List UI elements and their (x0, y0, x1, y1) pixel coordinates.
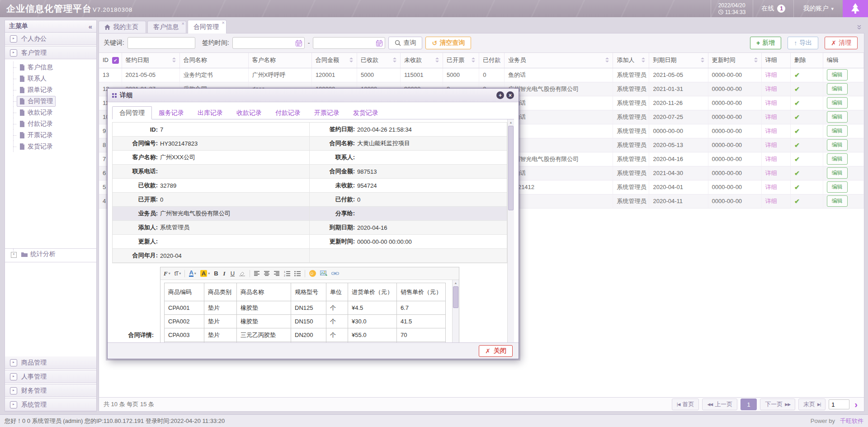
sidebar-tree-item[interactable]: 付款记录 (5, 118, 96, 129)
modal-close-icon[interactable]: × (506, 91, 514, 99)
align-center-button[interactable] (264, 271, 270, 276)
tab-customer-info[interactable]: 客户信息 × (147, 21, 186, 33)
align-right-button[interactable] (274, 271, 280, 276)
sidebar-section-personal[interactable]: ▸ 个人办公 (5, 33, 96, 45)
add-button[interactable]: + 新增 (750, 37, 781, 49)
scroll-up-icon[interactable]: ▲ (453, 280, 459, 286)
col-invoiced[interactable]: 已开票 (443, 53, 479, 68)
sidebar-tree-item[interactable]: 发货记录 (5, 141, 96, 152)
current-page-button[interactable]: 1 (741, 399, 757, 410)
detail-link[interactable]: 详细 (765, 85, 777, 92)
delete-check-icon[interactable]: ✔ (794, 183, 800, 191)
sidebar-section-customer[interactable]: ▸ 客户管理 (5, 46, 96, 59)
detail-link[interactable]: 详细 (765, 71, 777, 78)
detail-link[interactable]: 详细 (765, 184, 777, 190)
modal-tab[interactable]: 付款记录 (269, 107, 307, 119)
scroll-up-icon[interactable]: ▲ (508, 119, 514, 125)
edit-button[interactable]: 编辑 (827, 153, 848, 165)
col-received[interactable]: 已收款 (357, 53, 400, 68)
bold-button[interactable]: B (214, 270, 218, 277)
eraser-button[interactable] (239, 270, 245, 276)
delete-check-icon[interactable]: ✔ (794, 197, 800, 205)
italic-button[interactable]: I (222, 270, 226, 277)
sidebar-tree-item[interactable]: 收款记录 (5, 107, 96, 118)
modal-scrollbar-thumb[interactable] (508, 126, 514, 210)
expand-plus-icon[interactable]: + (11, 252, 17, 258)
edit-button[interactable]: 编辑 (827, 83, 848, 95)
sign-date-from-input[interactable] (232, 37, 305, 49)
sidebar-item-statistics[interactable]: + 统计分析 (5, 249, 96, 260)
tab-home[interactable]: 我的主页 (99, 21, 146, 33)
edit-button[interactable]: 编辑 (827, 167, 848, 179)
col-sign-date[interactable]: 签约日期 (122, 53, 179, 68)
sidebar-tree-item[interactable]: 合同管理 (5, 95, 96, 107)
sidebar-tree-item[interactable]: 客户信息 (5, 62, 96, 73)
insert-image-button[interactable]: + (320, 270, 327, 276)
goto-page-input[interactable] (829, 399, 849, 409)
unordered-list-button[interactable] (294, 271, 301, 276)
query-button[interactable]: 查询 (388, 37, 422, 49)
delete-check-icon[interactable]: ✔ (794, 169, 800, 177)
delete-check-icon[interactable]: ✔ (794, 127, 800, 135)
sign-date-to-input[interactable] (313, 37, 385, 49)
delete-check-icon[interactable]: ✔ (794, 85, 800, 93)
align-left-button[interactable] (254, 271, 260, 276)
font-size-button[interactable]: tT▾ (175, 270, 181, 277)
editor-scrollbar-thumb[interactable] (453, 286, 458, 308)
sidebar-tree-item[interactable]: 联系人 (5, 73, 96, 84)
insert-link-button[interactable] (331, 271, 339, 275)
edit-button[interactable]: 编辑 (827, 139, 848, 151)
edit-button[interactable]: 编辑 (827, 125, 848, 137)
detail-link[interactable]: 详细 (765, 142, 777, 148)
online-indicator[interactable]: 在线 1 (753, 0, 794, 17)
collapse-search-icon[interactable] (856, 24, 862, 32)
sidebar-section[interactable]: ▸ 人事管理 (5, 370, 96, 383)
sidebar-tree-item[interactable]: 跟单记录 (5, 84, 96, 95)
edit-button[interactable]: 编辑 (827, 111, 848, 123)
col-amount[interactable]: 合同金额 (311, 53, 357, 68)
modal-tab[interactable]: 出库记录 (191, 107, 230, 119)
modal-tab[interactable]: 开票记录 (307, 107, 346, 119)
sidebar-collapse-icon[interactable]: « (89, 23, 92, 30)
delete-check-icon[interactable]: ✔ (794, 141, 800, 149)
edit-button[interactable]: 编辑 (827, 97, 848, 109)
detail-link[interactable]: 详细 (765, 114, 777, 120)
detail-link[interactable]: 详细 (765, 170, 777, 176)
editor-scrollbar[interactable]: ▲ (452, 280, 459, 342)
sidebar-tree-item[interactable]: 开票记录 (5, 129, 96, 141)
sidebar-section[interactable]: ▸ 商品管理 (5, 356, 96, 369)
goto-page-button[interactable]: › (853, 400, 859, 409)
detail-link[interactable]: 详细 (765, 156, 777, 162)
modal-tab[interactable]: 合同管理 (112, 106, 152, 119)
theme-button[interactable] (843, 0, 868, 17)
edit-button[interactable]: 编辑 (827, 195, 848, 207)
calendar-icon[interactable] (376, 40, 382, 47)
highlight-color-button[interactable]: A▾ (200, 270, 210, 277)
export-button[interactable]: ↑ 导出 (788, 37, 818, 49)
col-salesperson[interactable]: 业务员 (505, 53, 613, 68)
edit-button[interactable]: 编辑 (827, 181, 848, 193)
delete-check-icon[interactable]: ✔ (794, 71, 800, 79)
close-button[interactable]: ✗ 关闭 (479, 345, 513, 357)
modal-tab[interactable]: 发货记录 (346, 107, 385, 119)
delete-check-icon[interactable]: ✔ (794, 99, 800, 107)
col-paid[interactable]: 已付款 (479, 53, 505, 68)
col-unreceived[interactable]: 未收款 (401, 53, 443, 68)
text-color-button[interactable]: A▾ (189, 270, 196, 277)
detail-link[interactable]: 详细 (765, 100, 777, 106)
modal-maximize-button[interactable]: + (496, 91, 504, 99)
ordered-list-button[interactable]: 12 (284, 271, 290, 276)
modal-scrollbar[interactable]: ▲ (507, 119, 514, 342)
editor-content[interactable]: 商品编码商品类别商品名称规格型号单位进货单价（元）销售单价（元） CPA001 … (160, 280, 459, 342)
select-all-checkbox[interactable]: ✔ (112, 57, 119, 64)
prev-page-button[interactable]: ◀◀上一页 (702, 399, 737, 410)
keyword-input[interactable] (127, 37, 195, 49)
vendor-link[interactable]: 千旺软件 (840, 417, 863, 425)
edit-button[interactable]: 编辑 (827, 69, 848, 81)
delete-check-icon[interactable]: ✔ (794, 155, 800, 163)
detail-link[interactable]: 详细 (765, 128, 777, 134)
calendar-icon[interactable] (296, 40, 302, 47)
modal-title-bar[interactable]: 详细 + × (108, 89, 519, 102)
first-page-button[interactable]: |◀首页 (672, 399, 699, 410)
account-menu[interactable]: 我的账户 ▾ (794, 0, 843, 17)
